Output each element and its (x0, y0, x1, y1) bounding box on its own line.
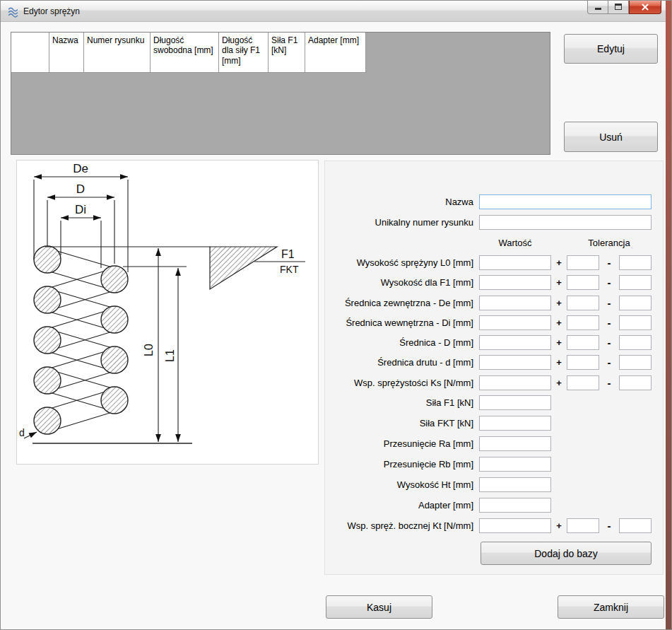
table-header-name[interactable]: Nazwa (49, 33, 84, 73)
adapter-input[interactable] (479, 498, 551, 513)
label-f1: F1 (281, 248, 295, 260)
di-tol-minus-input[interactable] (619, 315, 652, 330)
di-value-input[interactable] (479, 315, 551, 330)
plus-sign: + (551, 357, 567, 368)
window-title: Edytor sprężyn (23, 6, 80, 16)
minus-sign: - (599, 257, 619, 269)
de-tol-plus-input[interactable] (567, 296, 599, 310)
force-f1-input[interactable] (479, 395, 551, 410)
force-f1-label: Siła F1 [kN] (325, 397, 479, 408)
l0-label: Wysokość sprężyny L0 [mm] (325, 257, 479, 268)
value-column-header: Wartość (479, 238, 551, 248)
row-kt: Wsp. spręż. bocznej Kt [N/mm] + - (325, 518, 653, 533)
wire-d-value-input[interactable] (479, 355, 551, 370)
plus-sign: + (551, 257, 567, 268)
label-l1: L1 (164, 349, 176, 362)
name-row: Nazwa (325, 194, 653, 209)
name-label: Nazwa (325, 197, 479, 207)
spring-diagram-svg: De D Di L0 L1 F1 FKT d (17, 161, 318, 464)
delete-button[interactable]: Usuń (564, 122, 658, 152)
plus-sign: + (551, 337, 567, 348)
row-ra: Przesunięcie Ra [mm] (325, 436, 653, 451)
l0-tol-plus-input[interactable] (567, 255, 599, 270)
ht-input[interactable] (479, 477, 551, 492)
minus-sign: - (599, 337, 619, 349)
row-force-f1: Siła F1 [kN] (325, 395, 653, 410)
label-d-mean: D (76, 182, 85, 196)
plus-sign: + (551, 277, 567, 288)
label-de: De (73, 162, 88, 175)
table-header-length-f1[interactable]: Długość dla siły F1 [mm] (219, 33, 269, 73)
minus-sign: - (599, 276, 619, 288)
table-header-row-selector[interactable] (11, 33, 49, 73)
close-window-button[interactable]: Zamknij (558, 595, 664, 619)
window-right-edge (666, 1, 671, 629)
clear-button[interactable]: Kasuj (326, 595, 432, 619)
label-fkt: FKT (280, 264, 299, 275)
titlebar[interactable]: Edytor sprężyn (1, 1, 671, 22)
form-panel: Nazwa Unikalny numer rysunku Wartość Tol… (324, 161, 664, 575)
ks-value-input[interactable] (479, 375, 551, 390)
drawing-number-input[interactable] (479, 215, 652, 230)
minus-sign: - (599, 297, 619, 309)
add-to-database-button[interactable]: Dodaj do bazy (481, 542, 652, 565)
row-adapter: Adapter [mm] (325, 497, 653, 513)
close-button[interactable] (629, 1, 661, 14)
force-fkt-input[interactable] (479, 416, 551, 431)
ks-tol-minus-input[interactable] (619, 375, 652, 390)
table-header-adapter[interactable]: Adapter [mm] (305, 33, 366, 73)
d-mean-value-input[interactable] (479, 335, 551, 350)
plus-sign: + (551, 378, 567, 388)
row-di: Średnica wewnętrzna - Di [mm] + - (325, 315, 653, 330)
app-window: Edytor sprężyn Nazwa Numer rysunku Długo… (0, 0, 672, 630)
row-ks: Wsp. sprężystości Ks [N/mm] + - (325, 375, 653, 390)
row-force-fkt: Siła FKT [kN] (325, 415, 653, 431)
maximize-button[interactable] (608, 1, 629, 14)
l0-tol-minus-input[interactable] (619, 255, 652, 270)
minus-sign: - (599, 317, 619, 329)
minus-sign: - (599, 377, 619, 389)
height-f1-tol-plus-input[interactable] (567, 275, 599, 290)
minimize-button[interactable] (587, 1, 608, 14)
springs-table[interactable]: Nazwa Numer rysunku Długość swobodna [mm… (11, 32, 550, 155)
table-header-drawing-number[interactable]: Numer rysunku (84, 33, 151, 73)
row-de: Średnica zewnętrzna - De [mm] + - (325, 295, 653, 310)
height-f1-tol-minus-input[interactable] (619, 275, 652, 290)
name-input[interactable] (479, 194, 652, 209)
table-header-free-length[interactable]: Długość swobodna [mm] (151, 33, 219, 73)
row-wire-d: Średnica drutu - d [mm] + - (325, 354, 653, 370)
minus-sign: - (599, 520, 619, 532)
di-tol-plus-input[interactable] (567, 315, 599, 330)
de-label: Średnica zewnętrzna - De [mm] (325, 298, 479, 308)
d-mean-label: Średnica - D [mm] (325, 337, 479, 348)
app-icon spring-icon (7, 6, 19, 18)
kt-value-input[interactable] (479, 518, 551, 533)
edit-button[interactable]: Edytuj (564, 34, 658, 64)
d-mean-tol-plus-input[interactable] (567, 335, 599, 350)
kt-tol-plus-input[interactable] (567, 518, 599, 533)
window-controls (587, 1, 661, 14)
wire-d-tol-minus-input[interactable] (619, 355, 652, 370)
plus-sign: + (551, 520, 567, 531)
spring-diagram: De D Di L0 L1 F1 FKT d (16, 160, 319, 465)
de-value-input[interactable] (479, 296, 551, 310)
ra-input[interactable] (479, 436, 551, 451)
wire-d-tol-plus-input[interactable] (567, 355, 599, 370)
de-tol-minus-input[interactable] (619, 296, 652, 310)
ra-label: Przesunięcie Ra [mm] (325, 438, 479, 449)
wire-d-label: Średnica drutu - d [mm] (325, 357, 479, 368)
rb-input[interactable] (479, 457, 551, 472)
label-l0: L0 (143, 344, 155, 356)
kt-tol-minus-input[interactable] (619, 518, 652, 533)
force-fkt-label: Siła FKT [kN] (325, 418, 479, 428)
rb-label: Przesunięcie Rb [mm] (325, 459, 479, 469)
row-rb: Przesunięcie Rb [mm] (325, 456, 653, 472)
ks-tol-plus-input[interactable] (567, 375, 599, 390)
table-header-force-f1[interactable]: Siła F1 [kN] (269, 33, 305, 73)
row-height-f1: Wysokość dla F1 [mm] + - (325, 274, 653, 290)
height-f1-value-input[interactable] (479, 275, 551, 290)
minimize-icon (595, 8, 601, 10)
d-mean-tol-minus-input[interactable] (619, 335, 652, 350)
l0-value-input[interactable] (479, 255, 551, 270)
drawing-number-label: Unikalny numer rysunku (325, 217, 479, 228)
